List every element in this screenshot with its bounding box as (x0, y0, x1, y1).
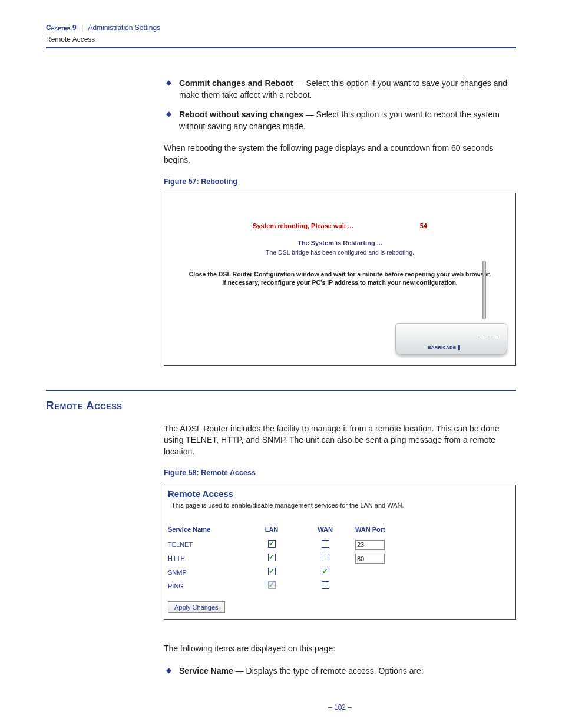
option-reboot-no-save: Reboot without saving changes — Select t… (164, 109, 516, 132)
wan-checkbox[interactable] (322, 568, 329, 575)
col-service: Service Name (168, 523, 248, 538)
wan-cell (305, 538, 355, 552)
wan-checkbox[interactable] (322, 540, 329, 548)
option-label: Commit changes and Reboot (179, 78, 293, 88)
service-name-cell: HTTP (168, 552, 248, 565)
item-service-name: Service Name — Displays the type of remo… (164, 666, 516, 677)
lan-checkbox[interactable] (268, 568, 276, 575)
lan-cell (248, 566, 305, 579)
service-name-cell: PING (168, 579, 248, 593)
router-body: · · · · · · · BARRICADE ❚ (395, 323, 507, 355)
figure-57-caption: Figure 57: Rebooting (164, 177, 516, 187)
option-label: Reboot without saving changes (179, 110, 303, 119)
option-commit-reboot: Commit changes and Reboot — Select this … (164, 78, 516, 101)
item-text: — Displays the type of remote access. Op… (233, 666, 424, 676)
router-brand: BARRICADE ❚ (428, 344, 461, 351)
page-number: – 102 – (164, 703, 516, 713)
options-list: Commit changes and Reboot — Select this … (164, 78, 516, 132)
header-title: Administration Settings (88, 24, 160, 32)
wan-port-input[interactable] (355, 540, 385, 550)
wan-port-cell (355, 566, 395, 579)
wan-port-cell (355, 538, 395, 552)
col-lan: LAN (248, 523, 305, 538)
lan-checkbox[interactable] (268, 540, 276, 548)
header-separator: | (80, 24, 85, 32)
reboot-instructions: Close the DSL Router Configuration windo… (164, 270, 515, 287)
service-name-cell: SNMP (168, 566, 248, 579)
lan-checkbox (268, 581, 276, 589)
service-name-cell: TELNET (168, 538, 248, 552)
col-wan-port: WAN Port (355, 523, 395, 538)
header-subtitle: Remote Access (46, 35, 516, 44)
wan-cell (305, 552, 355, 565)
reboot-bridge-text: The DSL bridge has been configured and i… (164, 248, 515, 257)
remote-access-intro: The ADSL Router includes the facility to… (164, 423, 516, 458)
router-antenna (482, 261, 486, 319)
table-row: TELNET (168, 538, 395, 552)
remote-access-desc: This page is used to enable/disable mana… (164, 500, 515, 521)
wan-port-cell (355, 579, 395, 593)
section-rule (46, 390, 516, 391)
wan-cell (305, 579, 355, 593)
item-label: Service Name (179, 666, 233, 676)
lan-cell (248, 579, 305, 593)
figure-57-box: System rebooting, Please wait ... 54 The… (164, 193, 516, 366)
lan-cell (248, 538, 305, 552)
items-list: Service Name — Displays the type of remo… (164, 666, 516, 677)
reboot-intro: When rebooting the system the following … (164, 143, 516, 166)
router-leds: · · · · · · · (478, 334, 500, 340)
page-header: Chapter 9 | Administration Settings (46, 24, 516, 34)
section-heading: Remote Access (46, 398, 516, 414)
header-rule (46, 47, 516, 48)
lan-cell (248, 552, 305, 565)
lan-checkbox[interactable] (268, 554, 276, 561)
wan-cell (305, 566, 355, 579)
items-intro: The following items are displayed on thi… (164, 643, 516, 655)
figure-58-box: Remote Access This page is used to enabl… (164, 485, 516, 620)
reboot-instr-line1: Close the DSL Router Configuration windo… (182, 270, 498, 279)
wan-checkbox[interactable] (322, 554, 329, 561)
router-image: · · · · · · · BARRICADE ❚ (395, 290, 507, 355)
reboot-countdown: 54 (420, 222, 427, 229)
apply-changes-button[interactable]: Apply Changes (168, 601, 225, 613)
wan-port-cell (355, 552, 395, 565)
chapter-label: Chapter 9 (46, 24, 77, 32)
table-row: PING (168, 579, 395, 593)
wan-port-input[interactable] (355, 554, 385, 564)
remote-access-title: Remote Access (164, 485, 515, 500)
figure-58-caption: Figure 58: Remote Access (164, 468, 516, 479)
reboot-title: System rebooting, Please wait ... (253, 222, 353, 230)
table-row: HTTP (168, 552, 395, 565)
wan-checkbox[interactable] (322, 581, 329, 589)
reboot-restart-text: The System is Restarting ... (164, 239, 515, 248)
reboot-instr-line2: If necessary, reconfigure your PC's IP a… (182, 278, 498, 287)
col-wan: WAN (305, 523, 355, 538)
table-row: SNMP (168, 566, 395, 579)
remote-access-table: Service Name LAN WAN WAN Port TELNETHTTP… (168, 523, 395, 593)
